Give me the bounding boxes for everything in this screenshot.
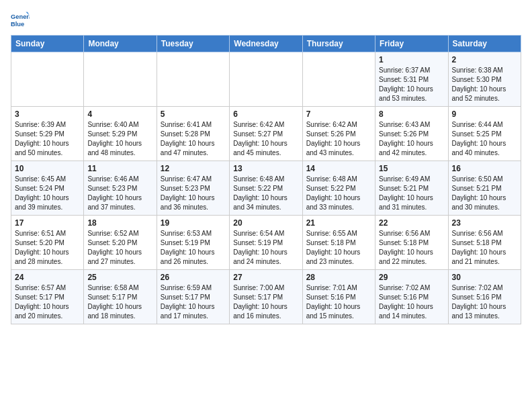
calendar-cell: 19Sunrise: 6:53 AMSunset: 5:19 PMDayligh… — [157, 216, 229, 270]
day-number: 9 — [452, 109, 517, 119]
day-number: 29 — [379, 273, 444, 282]
day-header-tuesday: Tuesday — [157, 36, 229, 52]
calendar-cell — [11, 52, 84, 107]
calendar-table: SundayMondayTuesdayWednesdayThursdayFrid… — [11, 35, 521, 324]
day-info: Sunrise: 6:48 AMSunset: 5:22 PMDaylight:… — [306, 175, 371, 212]
day-number: 25 — [87, 273, 152, 282]
day-number: 26 — [161, 273, 226, 282]
day-number: 11 — [87, 164, 152, 173]
calendar-cell: 16Sunrise: 6:50 AMSunset: 5:21 PMDayligh… — [448, 161, 521, 216]
day-number: 23 — [452, 218, 517, 228]
day-info: Sunrise: 7:00 AMSunset: 5:17 PMDaylight:… — [233, 283, 298, 321]
day-number: 14 — [306, 164, 371, 173]
day-info: Sunrise: 6:49 AMSunset: 5:21 PMDaylight:… — [379, 175, 444, 212]
day-number: 1 — [379, 55, 444, 64]
day-info: Sunrise: 6:58 AMSunset: 5:17 PMDaylight:… — [87, 283, 152, 321]
day-header-monday: Monday — [84, 36, 157, 52]
day-info: Sunrise: 7:02 AMSunset: 5:16 PMDaylight:… — [379, 283, 444, 321]
day-header-saturday: Saturday — [448, 36, 521, 52]
calendar-cell: 22Sunrise: 6:56 AMSunset: 5:18 PMDayligh… — [375, 216, 448, 270]
svg-text:Blue: Blue — [11, 21, 24, 28]
calendar-header: SundayMondayTuesdayWednesdayThursdayFrid… — [11, 36, 521, 52]
day-number: 8 — [379, 109, 444, 119]
day-number: 2 — [452, 55, 517, 64]
calendar-cell: 6Sunrise: 6:42 AMSunset: 5:27 PMDaylight… — [230, 107, 302, 161]
day-number: 3 — [15, 109, 80, 119]
day-info: Sunrise: 6:56 AMSunset: 5:18 PMDaylight:… — [452, 229, 517, 267]
calendar-cell: 11Sunrise: 6:46 AMSunset: 5:23 PMDayligh… — [84, 161, 157, 216]
calendar-cell: 17Sunrise: 6:51 AMSunset: 5:20 PMDayligh… — [11, 216, 84, 270]
logo: General Blue — [11, 11, 30, 30]
day-info: Sunrise: 6:51 AMSunset: 5:20 PMDaylight:… — [15, 229, 80, 267]
calendar-cell: 13Sunrise: 6:48 AMSunset: 5:22 PMDayligh… — [230, 161, 302, 216]
calendar-cell: 4Sunrise: 6:40 AMSunset: 5:29 PMDaylight… — [84, 107, 157, 161]
calendar-week-2: 3Sunrise: 6:39 AMSunset: 5:29 PMDaylight… — [11, 107, 521, 161]
day-number: 19 — [161, 218, 226, 228]
day-number: 4 — [87, 109, 152, 119]
day-header-sunday: Sunday — [11, 36, 84, 52]
calendar-cell: 15Sunrise: 6:49 AMSunset: 5:21 PMDayligh… — [375, 161, 448, 216]
day-number: 28 — [306, 273, 371, 282]
calendar-cell: 8Sunrise: 6:43 AMSunset: 5:26 PMDaylight… — [375, 107, 448, 161]
day-info: Sunrise: 6:37 AMSunset: 5:31 PMDaylight:… — [379, 66, 444, 103]
calendar-week-3: 10Sunrise: 6:45 AMSunset: 5:24 PMDayligh… — [11, 161, 521, 216]
day-info: Sunrise: 6:45 AMSunset: 5:24 PMDaylight:… — [15, 175, 80, 212]
calendar-cell — [84, 52, 157, 107]
day-number: 10 — [15, 164, 80, 173]
calendar-cell: 3Sunrise: 6:39 AMSunset: 5:29 PMDaylight… — [11, 107, 84, 161]
svg-text:General: General — [11, 13, 30, 20]
day-number: 18 — [87, 218, 152, 228]
day-info: Sunrise: 6:53 AMSunset: 5:19 PMDaylight:… — [161, 229, 226, 267]
day-number: 13 — [233, 164, 298, 173]
calendar-cell: 20Sunrise: 6:54 AMSunset: 5:19 PMDayligh… — [230, 216, 302, 270]
calendar-cell: 9Sunrise: 6:44 AMSunset: 5:25 PMDaylight… — [448, 107, 521, 161]
day-number: 20 — [233, 218, 298, 228]
day-number: 22 — [379, 218, 444, 228]
day-info: Sunrise: 6:41 AMSunset: 5:28 PMDaylight:… — [161, 120, 226, 158]
day-info: Sunrise: 6:40 AMSunset: 5:29 PMDaylight:… — [87, 120, 152, 158]
calendar-cell: 12Sunrise: 6:47 AMSunset: 5:23 PMDayligh… — [157, 161, 229, 216]
calendar-cell — [302, 52, 375, 107]
calendar-cell: 27Sunrise: 7:00 AMSunset: 5:17 PMDayligh… — [230, 270, 302, 324]
day-info: Sunrise: 6:56 AMSunset: 5:18 PMDaylight:… — [379, 229, 444, 267]
calendar-week-1: 1Sunrise: 6:37 AMSunset: 5:31 PMDaylight… — [11, 52, 521, 107]
calendar-week-4: 17Sunrise: 6:51 AMSunset: 5:20 PMDayligh… — [11, 216, 521, 270]
day-info: Sunrise: 7:02 AMSunset: 5:16 PMDaylight:… — [452, 283, 517, 321]
day-number: 16 — [452, 164, 517, 173]
day-info: Sunrise: 6:55 AMSunset: 5:18 PMDaylight:… — [306, 229, 371, 267]
calendar-cell: 10Sunrise: 6:45 AMSunset: 5:24 PMDayligh… — [11, 161, 84, 216]
calendar-cell: 21Sunrise: 6:55 AMSunset: 5:18 PMDayligh… — [302, 216, 375, 270]
calendar-cell: 1Sunrise: 6:37 AMSunset: 5:31 PMDaylight… — [375, 52, 448, 107]
day-info: Sunrise: 6:38 AMSunset: 5:30 PMDaylight:… — [452, 66, 517, 103]
calendar-cell: 5Sunrise: 6:41 AMSunset: 5:28 PMDaylight… — [157, 107, 229, 161]
calendar-cell: 29Sunrise: 7:02 AMSunset: 5:16 PMDayligh… — [375, 270, 448, 324]
day-info: Sunrise: 6:43 AMSunset: 5:26 PMDaylight:… — [379, 120, 444, 158]
calendar-cell: 18Sunrise: 6:52 AMSunset: 5:20 PMDayligh… — [84, 216, 157, 270]
day-info: Sunrise: 6:39 AMSunset: 5:29 PMDaylight:… — [15, 120, 80, 158]
day-number: 17 — [15, 218, 80, 228]
day-info: Sunrise: 6:54 AMSunset: 5:19 PMDaylight:… — [233, 229, 298, 267]
calendar-cell: 2Sunrise: 6:38 AMSunset: 5:30 PMDaylight… — [448, 52, 521, 107]
calendar-cell: 7Sunrise: 6:42 AMSunset: 5:26 PMDaylight… — [302, 107, 375, 161]
page-header: General Blue — [11, 11, 521, 30]
day-info: Sunrise: 6:42 AMSunset: 5:26 PMDaylight:… — [306, 120, 371, 158]
day-info: Sunrise: 6:44 AMSunset: 5:25 PMDaylight:… — [452, 120, 517, 158]
day-info: Sunrise: 6:48 AMSunset: 5:22 PMDaylight:… — [233, 175, 298, 212]
calendar-cell: 25Sunrise: 6:58 AMSunset: 5:17 PMDayligh… — [84, 270, 157, 324]
day-info: Sunrise: 7:01 AMSunset: 5:16 PMDaylight:… — [306, 283, 371, 321]
day-number: 12 — [161, 164, 226, 173]
day-header-wednesday: Wednesday — [230, 36, 302, 52]
day-number: 27 — [233, 273, 298, 282]
calendar-cell — [157, 52, 229, 107]
day-number: 24 — [15, 273, 80, 282]
day-info: Sunrise: 6:50 AMSunset: 5:21 PMDaylight:… — [452, 175, 517, 212]
calendar-cell: 28Sunrise: 7:01 AMSunset: 5:16 PMDayligh… — [302, 270, 375, 324]
day-number: 21 — [306, 218, 371, 228]
day-number: 30 — [452, 273, 517, 282]
day-info: Sunrise: 6:57 AMSunset: 5:17 PMDaylight:… — [15, 283, 80, 321]
calendar-cell: 23Sunrise: 6:56 AMSunset: 5:18 PMDayligh… — [448, 216, 521, 270]
day-number: 15 — [379, 164, 444, 173]
day-info: Sunrise: 6:47 AMSunset: 5:23 PMDaylight:… — [161, 175, 226, 212]
calendar-cell: 24Sunrise: 6:57 AMSunset: 5:17 PMDayligh… — [11, 270, 84, 324]
calendar-week-5: 24Sunrise: 6:57 AMSunset: 5:17 PMDayligh… — [11, 270, 521, 324]
